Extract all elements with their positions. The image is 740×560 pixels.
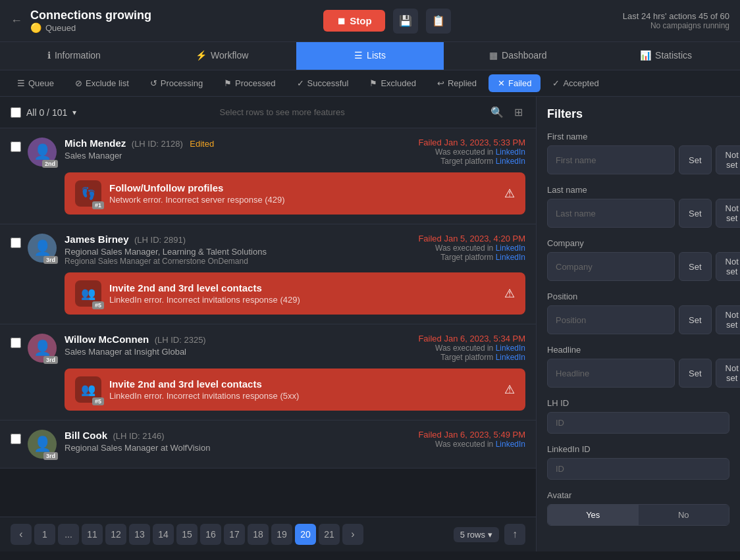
headline-not-set-button[interactable]: Not set — [716, 359, 740, 388]
row-checkbox[interactable] — [11, 434, 21, 444]
avatar-yes-button[interactable]: Yes — [548, 505, 639, 525]
tab-lists[interactable]: ☰ Lists — [296, 42, 444, 70]
alert-icon[interactable]: ⚠ — [504, 286, 515, 301]
exclude-icon: ⊘ — [75, 78, 82, 88]
pagination: ‹ 1 ... 11 12 13 14 15 16 17 18 19 20 21… — [0, 517, 536, 551]
alert-icon[interactable]: ⚠ — [504, 382, 515, 397]
campaign-status: 🟡 Queued — [30, 22, 151, 33]
lh-id-input[interactable] — [547, 412, 729, 434]
first-name-input[interactable] — [547, 145, 675, 174]
person-role: Sales Manager — [65, 151, 418, 161]
step-badge: #5 — [92, 397, 104, 405]
excluded-icon: ⚑ — [369, 78, 377, 88]
company-not-set-button[interactable]: Not set — [716, 252, 740, 281]
page-ellipsis: ... — [58, 524, 79, 545]
position-not-set-button[interactable]: Not set — [716, 305, 740, 334]
back-button[interactable]: ← — [11, 14, 22, 28]
avatar-no-button[interactable]: No — [639, 505, 729, 525]
last-name-input[interactable] — [547, 199, 675, 228]
subtab-excluded[interactable]: ⚑ Excluded — [360, 74, 425, 92]
tab-workflow[interactable]: ⚡ Workflow — [148, 42, 296, 70]
subtab-failed[interactable]: ✕ Failed — [489, 74, 541, 92]
follow-icon: 👣 — [81, 186, 95, 201]
save-icon-button[interactable]: 💾 — [393, 9, 418, 34]
company-input[interactable] — [547, 252, 675, 281]
tab-information[interactable]: ℹ Information — [0, 42, 148, 70]
subtab-queue[interactable]: ☰ Queue — [8, 74, 63, 92]
page-17-button[interactable]: 17 — [224, 524, 245, 545]
subtab-exclude-list[interactable]: ⊘ Exclude list — [66, 74, 138, 92]
filters-title: Filters — [547, 107, 729, 121]
select-all-checkbox[interactable] — [11, 107, 21, 118]
executed-in: Was executed in LinkedIn — [418, 344, 525, 353]
error-icon-wrap: 👥 #5 — [75, 376, 101, 403]
tab-dashboard[interactable]: ▦ Dashboard — [444, 42, 592, 70]
list-item: 👤 3rd James Birney (LH ID: 2891) Regiona… — [0, 224, 536, 324]
page-21-button[interactable]: 21 — [319, 524, 340, 545]
page-20-button[interactable]: 20 — [295, 524, 316, 545]
page-12-button[interactable]: 12 — [105, 524, 126, 545]
executed-in: Was executed in LinkedIn — [418, 147, 525, 157]
person-lh-id: (LH ID: 2128) — [132, 139, 183, 149]
subtab-processing[interactable]: ↺ Processing — [141, 74, 212, 92]
page-18-button[interactable]: 18 — [248, 524, 269, 545]
chevron-down-icon[interactable]: ▾ — [72, 108, 76, 117]
page-16-button[interactable]: 16 — [200, 524, 221, 545]
alert-icon[interactable]: ⚠ — [504, 186, 515, 201]
subtab-replied[interactable]: ↩ Replied — [428, 74, 486, 92]
row-checkbox[interactable] — [11, 238, 21, 248]
edited-badge: Edited — [190, 139, 214, 149]
linkedin-id-input[interactable] — [547, 458, 729, 480]
page-15-button[interactable]: 15 — [176, 524, 198, 545]
stop-button[interactable]: ⏹ Stop — [323, 10, 384, 32]
list-item: 👤 3rd Willow McConnen (LH ID: 2325) Sale… — [0, 324, 536, 420]
filter-position: Position Set Not set — [547, 292, 729, 334]
row-checkbox[interactable] — [11, 338, 21, 348]
position-set-button[interactable]: Set — [679, 305, 712, 334]
person-lh-id: (LH ID: 2325) — [155, 335, 206, 345]
queued-icon: 🟡 — [30, 22, 41, 33]
select-hint: Select rows to see more features — [220, 107, 345, 117]
columns-icon-button[interactable]: ⊞ — [512, 103, 525, 121]
subtab-accepted[interactable]: ✓ Accepted — [543, 74, 608, 92]
subtab-processed[interactable]: ⚑ Processed — [215, 74, 284, 92]
error-message: Network error. Incorrect server response… — [109, 195, 496, 205]
copy-icon-button[interactable]: 📋 — [426, 9, 451, 34]
filter-icon-button[interactable]: 🔍 — [488, 103, 506, 121]
lists-icon: ☰ — [354, 50, 363, 61]
page-14-button[interactable]: 14 — [153, 524, 174, 545]
page-1-button[interactable]: 1 — [34, 524, 55, 545]
nav-tabs: ℹ Information ⚡ Workflow ☰ Lists ▦ Dashb… — [0, 42, 740, 70]
company-set-button[interactable]: Set — [679, 252, 712, 281]
page-11-button[interactable]: 11 — [82, 524, 103, 545]
page-13-button[interactable]: 13 — [129, 524, 150, 545]
first-name-not-set-button[interactable]: Not set — [716, 145, 740, 174]
select-all-label: All 0 / 101 — [26, 107, 67, 118]
row-checkbox[interactable] — [11, 141, 21, 152]
filter-label-first-name: First name — [547, 132, 729, 141]
filter-label-company: Company — [547, 238, 729, 248]
person-status: Failed Jan 5, 2023, 4:20 PM Was executed… — [418, 234, 525, 262]
error-title: Follow/Unfollow profiles — [109, 182, 496, 193]
person-name: Willow McConnen — [65, 334, 149, 345]
error-icon-wrap: 👥 #5 — [75, 280, 101, 307]
prev-page-button[interactable]: ‹ — [11, 524, 32, 545]
tab-statistics[interactable]: 📊 Statistics — [592, 42, 740, 70]
last-name-set-button[interactable]: Set — [679, 199, 712, 228]
step-badge: #5 — [92, 301, 104, 309]
next-page-button[interactable]: › — [342, 524, 363, 545]
headline-input[interactable] — [547, 359, 675, 388]
target-platform: Target platform LinkedIn — [418, 157, 525, 166]
last-name-not-set-button[interactable]: Not set — [716, 199, 740, 228]
rows-dropdown[interactable]: 5 rows ▾ — [454, 527, 499, 542]
accepted-icon: ✓ — [552, 78, 560, 88]
page-19-button[interactable]: 19 — [271, 524, 292, 545]
person-name: Mich Mendez — [65, 138, 126, 149]
select-all-control[interactable]: All 0 / 101 ▾ — [11, 107, 76, 118]
first-name-set-button[interactable]: Set — [679, 145, 712, 174]
position-input[interactable] — [547, 305, 675, 334]
subtab-successful[interactable]: ✓ Successful — [288, 74, 358, 92]
information-icon: ℹ — [47, 50, 51, 61]
go-top-button[interactable]: ↑ — [504, 524, 525, 545]
headline-set-button[interactable]: Set — [679, 359, 712, 388]
